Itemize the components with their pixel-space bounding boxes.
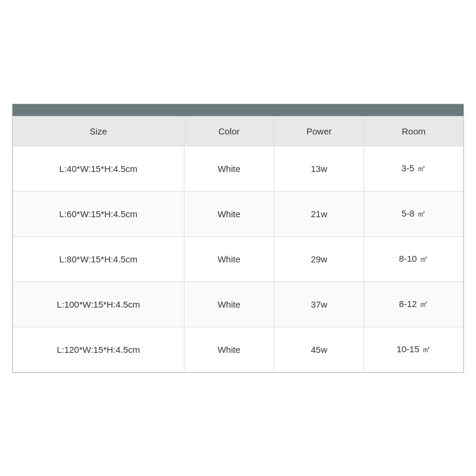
cell-size: L:60*W:15*H:4.5cm <box>13 191 184 236</box>
cell-size: L:80*W:15*H:4.5cm <box>13 236 184 281</box>
cell-room: 8-12 ㎡ <box>364 281 464 327</box>
table-row: L:40*W:15*H:4.5cmWhite13w3-5 ㎡ <box>13 146 464 191</box>
table-row: L:80*W:15*H:4.5cmWhite29w8-10 ㎡ <box>13 236 464 281</box>
cell-color: White <box>184 236 274 281</box>
product-info-container: Size Color Power Room L:40*W:15*H:4.5cmW… <box>12 104 464 373</box>
cell-power: 29w <box>274 236 364 281</box>
cell-room: 10-15 ㎡ <box>364 327 464 372</box>
table-row: L:120*W:15*H:4.5cmWhite45w10-15 ㎡ <box>13 327 464 372</box>
table-row: L:100*W:15*H:4.5cmWhite37w8-12 ㎡ <box>13 281 464 327</box>
cell-size: L:100*W:15*H:4.5cm <box>13 281 184 327</box>
table-row: L:60*W:15*H:4.5cmWhite21w5-8 ㎡ <box>13 191 464 236</box>
cell-power: 37w <box>274 281 364 327</box>
cell-power: 21w <box>274 191 364 236</box>
cell-size: L:40*W:15*H:4.5cm <box>13 146 184 191</box>
cell-room: 3-5 ㎡ <box>364 146 464 191</box>
product-table: Size Color Power Room L:40*W:15*H:4.5cmW… <box>12 116 464 372</box>
col-header-size: Size <box>13 116 184 146</box>
cell-size: L:120*W:15*H:4.5cm <box>13 327 184 372</box>
table-body: L:40*W:15*H:4.5cmWhite13w3-5 ㎡L:60*W:15*… <box>13 146 464 372</box>
cell-power: 13w <box>274 146 364 191</box>
table-column-headers: Size Color Power Room <box>13 116 464 146</box>
col-header-power: Power <box>274 116 364 146</box>
col-header-color: Color <box>184 116 274 146</box>
cell-color: White <box>184 327 274 372</box>
cell-color: White <box>184 146 274 191</box>
cell-color: White <box>184 281 274 327</box>
col-header-room: Room <box>364 116 464 146</box>
table-header <box>12 104 464 116</box>
cell-room: 8-10 ㎡ <box>364 236 464 281</box>
cell-power: 45w <box>274 327 364 372</box>
cell-color: White <box>184 191 274 236</box>
cell-room: 5-8 ㎡ <box>364 191 464 236</box>
